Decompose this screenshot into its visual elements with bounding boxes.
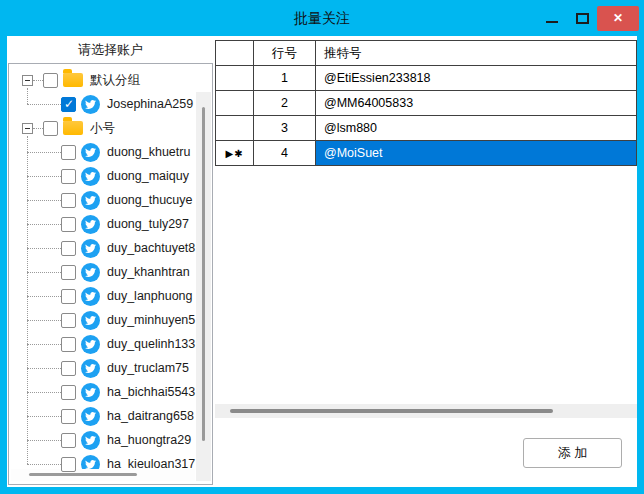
account-panel-header: 请选择账户 [7,36,214,63]
tree-connector [33,128,43,129]
account-checkbox[interactable] [61,361,76,376]
twitter-icon [81,167,100,186]
tree-connector [27,296,61,297]
tree-account-row[interactable]: duy_truclam75 [9,356,212,380]
tree-connector [27,104,61,105]
group-children: duong_khuetru duong_maiquy duong_thucuye… [9,140,212,476]
row-handle-cell[interactable]: @EtiEssien233818 [316,66,637,91]
twitter-icon [81,191,100,210]
tree-account-row[interactable]: duong_tuly297 [9,212,212,236]
twitter-icon [81,287,100,306]
group-checkbox[interactable] [43,73,58,88]
row-handle-cell[interactable]: @MoiSuet [316,141,637,166]
tree-account-row[interactable]: duy_quelinh133 [9,332,212,356]
account-label: JosephinaA259 [107,97,193,111]
twitter-icon [81,239,100,258]
account-checkbox[interactable] [61,409,76,424]
tree-connector [27,464,61,465]
account-checkbox[interactable] [61,433,76,448]
account-checkbox[interactable] [61,385,76,400]
row-handle-cell[interactable]: @lsm880 [316,116,637,141]
account-label: duy_truclam75 [107,361,189,375]
account-tree: 默认分组 JosephinaA259 小号 duong_khuetru [9,68,212,476]
account-checkbox[interactable] [61,97,76,112]
minimize-button[interactable] [537,5,567,31]
tree-connector [27,248,61,249]
tree-group: 小号 duong_khuetru duong_maiquy duong_thuc… [9,116,212,476]
account-checkbox[interactable] [61,313,76,328]
tree-account-row[interactable]: duong_khuetru [9,140,212,164]
row-marker-cell: ▶✱ [216,141,254,166]
tree-connector [27,344,61,345]
add-button[interactable]: 添 加 [523,438,622,468]
twitter-icon [81,431,100,450]
dialog-content: 请选择账户 默认分组 JosephinaA259 小号 [7,36,637,487]
account-label: duy_quelinh133 [107,337,195,351]
account-checkbox[interactable] [61,241,76,256]
group-checkbox[interactable] [43,121,58,136]
header-twitter-handle: 推特号 [316,41,637,66]
tree-vertical-scrollbar[interactable] [196,92,211,481]
account-label: duong_maiquy [107,169,189,183]
tree-connector [27,200,61,201]
grid-horizontal-scrollbar[interactable] [215,404,637,418]
grid-data-row[interactable]: ▶✱ 4 @MoiSuet [216,141,637,166]
account-checkbox[interactable] [61,337,76,352]
tree-account-row[interactable]: JosephinaA259 [9,92,212,116]
tree-group-row[interactable]: 默认分组 [9,68,212,92]
folder-icon [63,121,83,135]
group-children: JosephinaA259 [9,92,212,116]
account-checkbox[interactable] [61,289,76,304]
account-checkbox[interactable] [61,169,76,184]
tree-vertical-scrollbar-thumb[interactable] [202,107,205,441]
collapse-icon[interactable] [22,123,33,134]
grid-header-row: 行号 推特号 [216,41,637,66]
account-label: duy_lanphuong [107,289,193,303]
account-label: ha_huongtra29 [107,433,191,447]
twitter-icon [81,383,100,402]
maximize-button[interactable] [567,5,597,31]
close-button[interactable]: ✕ [597,6,639,31]
tree-account-row[interactable]: duy_khanhtran [9,260,212,284]
tree-connector [27,152,61,153]
grid-data-row[interactable]: 2 @MM64005833 [216,91,637,116]
header-row-marker [216,41,254,66]
tree-horizontal-scrollbar[interactable] [11,469,195,481]
account-checkbox[interactable] [61,265,76,280]
row-marker-cell [216,66,254,91]
tree-account-row[interactable]: ha_huongtra29 [9,428,212,452]
tree-connector [27,272,61,273]
tree-connector [27,392,61,393]
tree-connector [27,368,61,369]
account-checkbox[interactable] [61,193,76,208]
account-checkbox[interactable] [61,145,76,160]
account-label: duy_bachtuyet8 [107,241,195,255]
account-label: duong_thucuye [107,193,193,207]
tree-horizontal-scrollbar-thumb[interactable] [29,473,137,476]
title-bar: 批量关注 ✕ [0,0,644,36]
grid-data-row[interactable]: 1 @EtiEssien233818 [216,66,637,91]
grid-rows: 行号 推特号 1 @EtiEssien233818 2 @MM64005833 … [215,40,637,166]
minimize-icon [546,21,558,23]
tree-account-row[interactable]: duy_lanphuong [9,284,212,308]
row-line-number-cell: 2 [254,91,316,116]
tree-account-row[interactable]: duy_minhuyen5 [9,308,212,332]
group-label: 默认分组 [90,72,140,89]
tree-connector [27,440,61,441]
tree-account-row[interactable]: ha_bichhai5543 [9,380,212,404]
twitter-icon [81,143,100,162]
tree-account-row[interactable]: duy_bachtuyet8 [9,236,212,260]
tree-group: 默认分组 JosephinaA259 [9,68,212,116]
row-handle-cell[interactable]: @MM64005833 [316,91,637,116]
row-line-number-cell: 3 [254,116,316,141]
tree-account-row[interactable]: ha_daitrang658 [9,404,212,428]
account-checkbox[interactable] [61,217,76,232]
tree-account-row[interactable]: duong_thucuye [9,188,212,212]
row-line-number-cell: 4 [254,141,316,166]
account-checkbox[interactable] [61,457,76,472]
grid-horizontal-scrollbar-thumb[interactable] [230,409,553,413]
collapse-icon[interactable] [22,75,33,86]
tree-account-row[interactable]: duong_maiquy [9,164,212,188]
grid-data-row[interactable]: 3 @lsm880 [216,116,637,141]
tree-group-row[interactable]: 小号 [9,116,212,140]
